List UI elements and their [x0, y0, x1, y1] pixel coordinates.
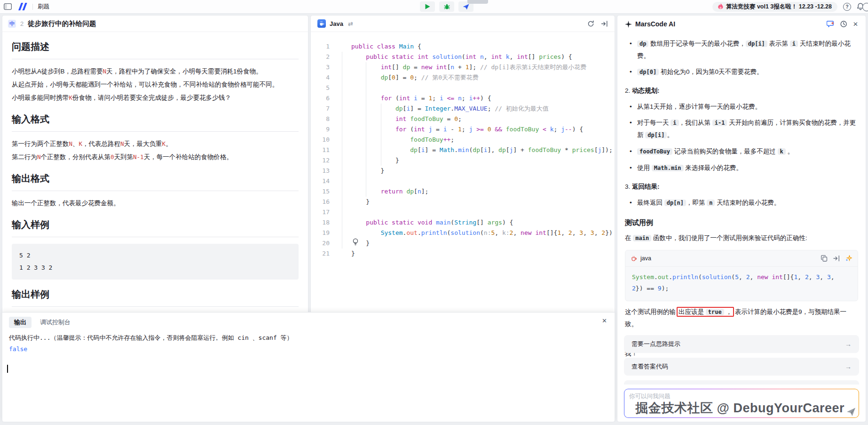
- bullet-marker: •: [630, 101, 632, 112]
- editor-header: Java ⇄: [311, 16, 615, 32]
- code-line[interactable]: 18 public static void main(String[] args…: [311, 217, 615, 228]
- code-line[interactable]: 3 int[] dp = new int[n + 1]; // dp[i]表示第…: [311, 62, 615, 72]
- console-tab-debug[interactable]: 调试控制台: [40, 318, 71, 327]
- line-number: 16: [311, 197, 335, 207]
- ai-bullet-item: •最终返回 dp[n]，即第 n 天结束时的最小花费。: [625, 197, 858, 209]
- seg-red: K: [162, 140, 166, 147]
- code-line[interactable]: 7 dp[i] = Integer.MAX_VALUE; // 初始化为最大值: [311, 104, 615, 114]
- code-line[interactable]: 10 foodToBuy++;: [311, 135, 615, 145]
- code-line[interactable]: 9 for (int j = i - 1; j >= 0 && foodToBu…: [311, 124, 615, 135]
- line-number: 21: [311, 249, 335, 259]
- debug-button[interactable]: [439, 1, 454, 12]
- insert-code-icon[interactable]: [833, 255, 840, 262]
- reset-code-icon[interactable]: [587, 20, 594, 27]
- code-line[interactable]: 11 dp[i] = Math.min(dp[i], dp[j] + foodT…: [311, 145, 615, 155]
- output-console: 输出调试控制台 ✕ 代码执行中...（温馨提示：代码中不允许存在输入指令，否则将…: [2, 312, 615, 422]
- text-line: 第一行为两个正整数N、K，代表总路程N天，最大负重K。: [12, 137, 299, 151]
- marscode-logo[interactable]: [16, 3, 28, 10]
- history-icon[interactable]: [840, 20, 847, 28]
- code-line[interactable]: 15 return dp[n];: [311, 186, 615, 197]
- contest-banner-text: 算法竞技赛 vol1 3报名啦！ 12.23 -12.28: [726, 3, 832, 11]
- code-line-text: [335, 207, 351, 217]
- sidebar-toggle-icon[interactable]: [4, 3, 12, 10]
- console-tab-output[interactable]: 输出: [9, 317, 32, 328]
- code-line[interactable]: 21}: [311, 249, 615, 259]
- code-line[interactable]: 17: [311, 207, 615, 217]
- lightbulb-icon[interactable]: [352, 238, 360, 247]
- annotation-box: 出应该是 true ，: [677, 307, 734, 317]
- problem-header: 中 2 徒步旅行中的补给问题: [2, 16, 308, 32]
- ai-bullet-item: •对于每一天 i，我们从第 i-1 天开始向前遍历，计算购买食物的花费，并更新 …: [625, 117, 858, 141]
- line-number: 14: [311, 176, 335, 186]
- code-editor[interactable]: 1public class Main {2 public static int …: [311, 32, 615, 259]
- language-label[interactable]: Java: [330, 20, 343, 27]
- line-number: 5: [311, 83, 335, 93]
- help-icon[interactable]: ?: [843, 3, 851, 11]
- chat-input[interactable]: 你可以问我问题 掘金技术社区 @ DebugYourCareer: [624, 389, 859, 418]
- new-chat-icon[interactable]: [827, 20, 834, 28]
- suggestion-pill-partial[interactable]: [624, 380, 859, 385]
- ai-bullet-item: •从第1天开始，逐步计算每一天的最小花费。: [625, 101, 858, 112]
- seg-chip: k: [778, 148, 786, 155]
- code-line[interactable]: 6 for (int i = 1; i <= n; i++) {: [311, 93, 615, 104]
- code-line[interactable]: 2 public static int solution(int n, int …: [311, 52, 615, 62]
- java-language-icon: [317, 19, 326, 28]
- line-number: 7: [311, 104, 335, 114]
- code-line[interactable]: 4 dp[0] = 0; // 第0天不需要花费: [311, 72, 615, 83]
- code-line-text: foodToBuy++;: [335, 135, 454, 145]
- code-line[interactable]: 13 }: [311, 166, 615, 176]
- ai-sparkle-icon[interactable]: [845, 255, 852, 262]
- seg-chip: dp: [637, 40, 648, 47]
- ai-bullet-item: •dp 数组用于记录每一天的最小花费，dp[i] 表示第 i 天结束时的最小花费…: [625, 38, 858, 62]
- send-icon[interactable]: [846, 407, 856, 417]
- ai-close-icon[interactable]: ✕: [853, 20, 858, 28]
- line-number: 9: [311, 124, 335, 135]
- ai-panel-title: MarsCode AI: [635, 20, 675, 28]
- code-line[interactable]: 12 }: [311, 155, 615, 166]
- seg-chip: i: [790, 40, 798, 47]
- code-line-text: public static int solution(int n, int k,…: [335, 52, 572, 62]
- bullet-marker: •: [630, 197, 632, 208]
- code-line[interactable]: 1public class Main {: [311, 41, 615, 52]
- line-number: 6: [311, 93, 335, 104]
- bullet-marker: •: [630, 145, 632, 157]
- run-button[interactable]: [420, 1, 435, 12]
- ai-code-line: 2}) == 9);: [632, 283, 851, 294]
- seg-chip: dp[0]: [637, 69, 659, 75]
- text-line: 第二行为N个正整数，分别代表从第0天到第N-1天，每一个补给站的食物价格。: [12, 151, 299, 164]
- ai-code-lang: java: [640, 255, 651, 262]
- console-close-icon[interactable]: ✕: [602, 317, 607, 324]
- clock-icon-partial[interactable]: [862, 3, 868, 11]
- suggestion-pill[interactable]: 需要一点思路提示→: [624, 335, 859, 353]
- line-number: 3: [311, 62, 335, 72]
- text-line: 小明最多能同时携带K份食物，请问小明若要安全完成徒步，最少要花多少钱？: [12, 91, 299, 104]
- text-line: 输出一个正整数，代表最少花费金额。: [12, 197, 299, 210]
- code-line[interactable]: 16 }: [311, 197, 615, 207]
- ai-code-header: java: [625, 250, 858, 267]
- format-code-icon[interactable]: [601, 20, 608, 27]
- code-line[interactable]: 14: [311, 176, 615, 186]
- copy-icon[interactable]: [821, 255, 828, 262]
- code-line[interactable]: 8 int foodToBuy = 0;: [311, 114, 615, 124]
- nav-item-practice[interactable]: 刷题: [38, 3, 49, 11]
- seg-chip: Math.min: [652, 165, 684, 171]
- topbar: 刷题 算法竞技赛 vol1 3报名啦！ 12.23 -12.28 ?: [0, 0, 868, 14]
- seg-b: 动态规划:: [632, 87, 660, 94]
- code-line[interactable]: 5: [311, 83, 615, 93]
- language-switch-icon[interactable]: ⇄: [348, 20, 353, 27]
- seg-red: K: [79, 140, 83, 147]
- run-controls: [420, 1, 473, 12]
- ai-code-body: System.out.println(solution(5, 2, new in…: [625, 267, 858, 301]
- code-line-text: }: [335, 249, 355, 259]
- line-number: 11: [311, 145, 335, 155]
- line-number: 12: [311, 155, 335, 166]
- seg-red: N: [69, 140, 73, 147]
- problem-description-text: 小明想从A徒步到B，总路程需要N天，路程中为了确保安全，小明每天需要消耗1份食物…: [12, 65, 299, 104]
- seg-b: 返回结果:: [632, 183, 660, 190]
- suggestion-pill[interactable]: 查看答案代码→: [624, 358, 859, 376]
- line-number: 4: [311, 72, 335, 83]
- contest-banner[interactable]: 算法竞技赛 vol1 3报名啦！ 12.23 -12.28: [712, 2, 837, 12]
- ai-test-intro: 在 main 函数中，我们使用了一个测试用例来验证代码的正确性:: [625, 232, 858, 244]
- code-line[interactable]: 19 System.out.println(solution(n:5, k:2,…: [311, 228, 615, 238]
- sample-input-line: 1 2 3 3 2: [19, 262, 291, 274]
